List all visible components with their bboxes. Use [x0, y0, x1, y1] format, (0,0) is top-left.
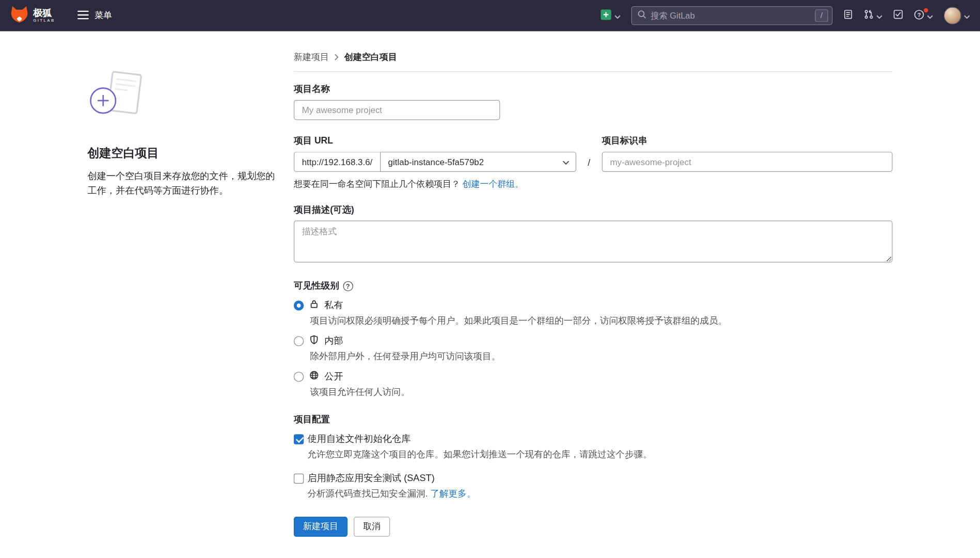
readme-label[interactable]: 使用自述文件初始化仓库: [308, 433, 411, 445]
top-navbar: 极狐 GITLAB 菜单: [0, 0, 980, 31]
lock-icon: [309, 299, 319, 311]
search-shortcut-kbd: /: [815, 9, 828, 22]
chevron-down-icon: [614, 10, 621, 21]
issues-icon: [843, 9, 853, 22]
create-group-link[interactable]: 创建一个群组。: [463, 179, 524, 188]
readme-checkbox[interactable]: [294, 434, 304, 444]
search-icon: [638, 10, 646, 21]
user-menu-button[interactable]: [944, 7, 970, 24]
avatar: [944, 7, 961, 24]
chevron-down-icon: [562, 157, 569, 167]
hamburger-icon: [77, 10, 89, 21]
internal-radio[interactable]: [294, 336, 304, 346]
visibility-help-icon[interactable]: [343, 281, 353, 291]
chevron-down-icon: [964, 10, 970, 21]
issues-button[interactable]: [843, 9, 853, 22]
visibility-private-row[interactable]: 私有: [294, 299, 893, 311]
help-question-icon: ?: [914, 9, 925, 22]
brand-subtitle: GITLAB: [33, 19, 55, 23]
project-name-input[interactable]: [294, 100, 500, 120]
path-separator: /: [576, 157, 602, 172]
project-url-label: 项目 URL: [294, 135, 576, 147]
notification-dot: [924, 8, 928, 12]
group-hint: 想要在同一命名空间下阻止几个依赖项目？ 创建一个群组。: [294, 179, 893, 190]
blank-project-graphic-icon: [87, 116, 147, 127]
readme-option: 使用自述文件初始化仓库 允许您立即克隆这个项目的仓库。如果您计划推送一个现有的仓…: [294, 433, 893, 461]
project-slug-label: 项目标识串: [602, 135, 893, 147]
breadcrumb-current: 创建空白项目: [344, 52, 397, 63]
cancel-button[interactable]: 取消: [354, 517, 390, 537]
new-project-page: 创建空白项目 创建一个空白项目来存放您的文件，规划您的工作，并在代码等方面进行协…: [0, 31, 980, 558]
search-input[interactable]: [651, 11, 810, 20]
sast-description: 分析源代码查找已知安全漏洞. 了解更多。: [308, 487, 893, 500]
internal-label[interactable]: 内部: [324, 335, 343, 347]
todos-button[interactable]: [893, 9, 903, 22]
page-description: 创建一个空白项目来存放您的文件，规划您的工作，并在代码等方面进行协作。: [87, 169, 278, 198]
project-slug-input[interactable]: [602, 152, 893, 172]
svg-text:?: ?: [918, 11, 921, 18]
project-name-label: 项目名称: [294, 83, 893, 95]
gitlab-fox-logo-icon: [10, 5, 28, 26]
private-radio[interactable]: [294, 300, 304, 310]
todo-check-icon: [893, 9, 903, 22]
visibility-option-public: 公开 该项目允许任何人访问。: [294, 371, 893, 398]
readme-row[interactable]: 使用自述文件初始化仓库: [294, 433, 893, 445]
merge-request-icon: [864, 9, 874, 22]
private-label[interactable]: 私有: [324, 299, 343, 311]
public-label[interactable]: 公开: [324, 371, 343, 382]
sast-row[interactable]: 启用静态应用安全测试 (SAST): [294, 472, 893, 484]
chevron-down-icon: [876, 10, 882, 21]
project-description-label: 项目描述(可选): [294, 204, 893, 216]
form-actions: 新建项目 取消: [294, 517, 893, 537]
internal-description: 除外部用户外，任何登录用户均可访问该项目。: [310, 350, 892, 363]
global-search: /: [631, 6, 833, 25]
namespace-select-value: gitlab-instance-5fa579b2: [388, 157, 484, 167]
visibility-option-internal: 内部 除外部用户外，任何登录用户均可访问该项目。: [294, 335, 893, 363]
group-hint-text: 想要在同一命名空间下阻止几个依赖项目？: [294, 179, 460, 188]
menu-button[interactable]: 菜单: [77, 10, 112, 21]
menu-label: 菜单: [94, 10, 112, 21]
visibility-label-text: 可见性级别: [294, 280, 339, 292]
breadcrumb-divider: [294, 71, 893, 72]
public-description: 该项目允许任何人访问。: [310, 386, 892, 398]
project-description-textarea[interactable]: [294, 220, 893, 262]
project-url-row: 项目 URL http://192.168.3.6/ gitlab-instan…: [294, 135, 893, 171]
gitlab-brand[interactable]: 极狐 GITLAB: [10, 5, 55, 26]
new-menu-button[interactable]: [600, 9, 621, 22]
help-button[interactable]: ?: [914, 9, 934, 22]
globe-icon: [309, 371, 319, 382]
page-aside: 创建空白项目 创建一个空白项目来存放您的文件，规划您的工作，并在代码等方面进行协…: [87, 71, 278, 198]
visibility-public-row[interactable]: 公开: [294, 371, 893, 382]
brand-text: 极狐 GITLAB: [33, 8, 55, 23]
brand-name: 极狐: [33, 8, 55, 18]
url-prefix: http://192.168.3.6/: [294, 152, 380, 172]
chevron-right-icon: [335, 53, 339, 62]
readme-description: 允许您立即克隆这个项目的仓库。如果您计划推送一个现有的仓库，请跳过这个步骤。: [308, 448, 893, 461]
breadcrumb: 新建项目 创建空白项目: [294, 52, 893, 63]
visibility-option-private: 私有 项目访问权限必须明确授予每个用户。如果此项目是一个群组的一部分，访问权限将…: [294, 299, 893, 327]
namespace-select[interactable]: gitlab-instance-5fa579b2: [380, 152, 576, 172]
form-content: 新建项目 创建空白项目 项目名称 项目 URL http://192.168.3…: [294, 31, 893, 558]
config-section-label: 项目配置: [294, 413, 893, 425]
page-title: 创建空白项目: [87, 145, 278, 161]
private-description: 项目访问权限必须明确授予每个用户。如果此项目是一个群组的一部分，访问权限将授予该…: [310, 314, 892, 327]
shield-icon: [309, 335, 319, 347]
create-project-button[interactable]: 新建项目: [294, 517, 347, 537]
sast-checkbox[interactable]: [294, 473, 304, 483]
sast-description-text: 分析源代码查找已知安全漏洞.: [308, 489, 428, 499]
breadcrumb-parent[interactable]: 新建项目: [294, 52, 329, 63]
visibility-internal-row[interactable]: 内部: [294, 335, 893, 347]
sast-learn-more-link[interactable]: 了解更多。: [431, 489, 476, 499]
sast-option: 启用静态应用安全测试 (SAST) 分析源代码查找已知安全漏洞. 了解更多。: [294, 472, 893, 500]
public-radio[interactable]: [294, 372, 304, 381]
config-label-text: 项目配置: [294, 413, 330, 425]
chevron-down-icon: [927, 10, 933, 21]
sast-label[interactable]: 启用静态应用安全测试 (SAST): [308, 472, 435, 484]
plus-square-icon: [600, 9, 611, 22]
merge-requests-button[interactable]: [864, 9, 882, 22]
visibility-section-label: 可见性级别: [294, 280, 893, 292]
